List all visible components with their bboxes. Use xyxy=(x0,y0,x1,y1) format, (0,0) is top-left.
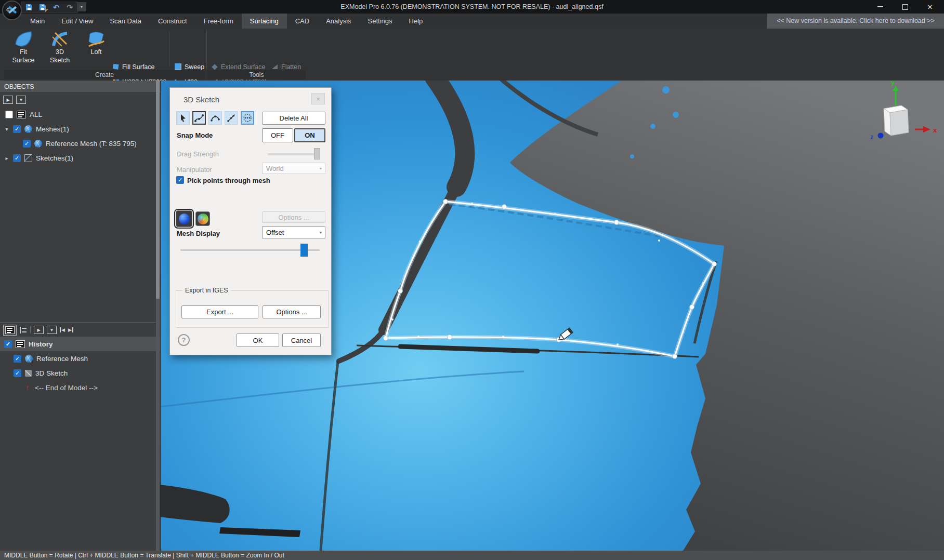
history-item-end-of-model[interactable]: ↑ <-- End of Model --> xyxy=(0,380,160,395)
3d-sketch-button[interactable]: 3D Sketch xyxy=(42,30,78,70)
export-options-button[interactable]: Options ... xyxy=(263,305,321,318)
save-icon xyxy=(26,4,32,10)
menu-construct[interactable]: Construct xyxy=(150,14,195,29)
objects-panel-header: OBJECTS xyxy=(0,81,160,93)
mesh-display-label: Mesh Display xyxy=(177,230,220,237)
arc-tool-button[interactable] xyxy=(208,111,222,125)
list-icon xyxy=(16,340,25,348)
drag-strength-label: Drag Strength xyxy=(177,150,219,158)
panel-scrollbar[interactable] xyxy=(156,81,160,551)
3d-sketch-dialog: 3D Sketch × xyxy=(169,87,332,355)
chevron-down-icon: ▾ xyxy=(320,230,322,235)
history-root-row[interactable]: ✓ History xyxy=(0,337,160,351)
skip-to-end-icon[interactable]: ▶ xyxy=(68,327,73,332)
save-button[interactable] xyxy=(24,3,34,11)
3d-sketch-icon xyxy=(50,30,69,48)
sweep-icon xyxy=(175,63,181,70)
close-button[interactable]: × xyxy=(918,0,942,14)
history-play-icon[interactable]: ▶ xyxy=(34,326,44,334)
menu-cad[interactable]: CAD xyxy=(287,14,318,29)
menu-surfacing[interactable]: Surfacing xyxy=(242,14,287,29)
undo-button[interactable]: ↶ xyxy=(51,3,61,11)
loft-button[interactable]: Loft xyxy=(78,30,114,70)
tree-item-meshes[interactable]: ▾ ✓ Meshes(1) xyxy=(0,122,160,136)
closed-curve-tool-button[interactable] xyxy=(241,111,254,125)
offset-slider-handle[interactable] xyxy=(300,244,308,257)
status-text: MIDDLE Button = Rotate | Ctrl + MIDDLE B… xyxy=(4,552,284,559)
history-item-3d-sketch[interactable]: ✓ 3D Sketch xyxy=(0,366,160,380)
maximize-button[interactable] xyxy=(893,0,917,14)
checkbox-meshes[interactable]: ✓ xyxy=(13,125,21,133)
history-tree-view-icon[interactable] xyxy=(20,327,27,334)
mesh-display-dropdown[interactable]: Offset ▾ xyxy=(262,226,325,238)
ok-button[interactable]: OK xyxy=(237,334,279,347)
tree-item-sketches[interactable]: ▸ ✓ Sketches(1) xyxy=(0,151,160,165)
collapse-all-icon[interactable]: ▼ xyxy=(16,96,26,104)
expand-all-icon[interactable]: ▶ xyxy=(3,96,13,104)
checkbox-history-mesh[interactable]: ✓ xyxy=(14,355,21,363)
delete-all-button[interactable]: Delete All xyxy=(262,112,325,125)
history-item-reference-mesh[interactable]: ✓ Reference Mesh xyxy=(0,351,160,366)
chevron-right-icon[interactable]: ▸ xyxy=(4,155,9,161)
skip-to-start-icon[interactable]: ◀ xyxy=(60,327,65,332)
checkbox-all[interactable] xyxy=(5,111,13,118)
snap-off-button[interactable]: OFF xyxy=(262,128,293,142)
close-icon: × xyxy=(316,95,320,103)
scrollbar-thumb[interactable] xyxy=(156,81,160,299)
tree-item-reference-mesh[interactable]: ✓ Reference Mesh (T: 835 795) xyxy=(0,136,160,151)
menu-scan-data[interactable]: Scan Data xyxy=(101,14,150,29)
redo-button[interactable]: ↷ xyxy=(65,3,74,11)
snap-on-button[interactable]: ON xyxy=(294,128,325,142)
menu-bar: Main Edit / View Scan Data Construct Fre… xyxy=(0,14,944,29)
end-of-model-arrow-icon: ↑ xyxy=(24,383,31,392)
menu-analysis[interactable]: Analysis xyxy=(318,14,359,29)
minimize-button[interactable] xyxy=(868,0,892,14)
spline-tool-button[interactable] xyxy=(192,111,206,125)
checkbox-reference-mesh[interactable]: ✓ xyxy=(23,140,31,148)
menu-settings[interactable]: Settings xyxy=(360,14,401,29)
save-as-button[interactable] xyxy=(38,3,47,11)
manipulator-label: Manipulator xyxy=(177,166,212,174)
menu-edit-view[interactable]: Edit / View xyxy=(53,14,101,29)
menu-free-form[interactable]: Free-form xyxy=(195,14,242,29)
display-options-button: Options ... xyxy=(262,211,325,223)
select-tool-button[interactable] xyxy=(176,111,190,125)
objects-toolbar: ▶ ▼ xyxy=(0,94,160,106)
snap-mode-label: Snap Mode xyxy=(177,131,213,139)
mesh-display-colormap-button[interactable] xyxy=(195,211,210,226)
undo-icon: ↶ xyxy=(53,3,59,11)
checkbox-history-sketch[interactable]: ✓ xyxy=(14,369,21,377)
fit-surface-icon xyxy=(14,30,33,48)
cancel-button[interactable]: Cancel xyxy=(282,334,321,347)
axis-y-label: y xyxy=(891,81,895,86)
colormap-sphere-icon xyxy=(198,214,208,224)
window-title: EXModel Pro 6.0.76 (DEMONSTRATION SYSTEM… xyxy=(0,0,944,14)
help-button[interactable]: ? xyxy=(178,334,190,346)
dialog-close-button[interactable]: × xyxy=(311,93,325,104)
closed-curve-icon xyxy=(242,113,253,123)
chevron-down-icon: ▾ xyxy=(81,5,83,9)
spline-icon xyxy=(194,113,204,123)
menu-help[interactable]: Help xyxy=(401,14,431,29)
chevron-down-icon[interactable]: ▾ xyxy=(4,126,9,132)
mesh-display-shaded-button[interactable] xyxy=(176,210,192,227)
pick-points-label: Pick points through mesh xyxy=(187,177,270,184)
update-banner[interactable]: << New version is available. Click here … xyxy=(767,14,944,29)
checkbox-history[interactable]: ✓ xyxy=(4,340,12,348)
line-tool-button[interactable] xyxy=(225,111,238,125)
qat-dropdown-button[interactable]: ▾ xyxy=(77,2,86,11)
tree-item-all[interactable]: ALL xyxy=(0,107,160,122)
cursor-icon xyxy=(178,113,188,123)
manipulator-dropdown: World ▾ xyxy=(262,163,325,174)
line-icon xyxy=(226,113,237,123)
pick-points-checkbox[interactable]: ✓ xyxy=(176,176,184,184)
history-list-view-icon[interactable] xyxy=(3,325,17,336)
menu-main[interactable]: Main xyxy=(22,14,53,29)
checkbox-sketches[interactable]: ✓ xyxy=(13,154,21,162)
extend-surface-icon xyxy=(211,63,218,70)
export-button[interactable]: Export ... xyxy=(181,305,258,318)
offset-slider-track[interactable] xyxy=(180,249,320,251)
fit-surface-button[interactable]: Fit Surface xyxy=(5,30,42,70)
history-step-icon[interactable]: ▼ xyxy=(47,326,57,334)
app-logo: c xyxy=(2,1,22,20)
